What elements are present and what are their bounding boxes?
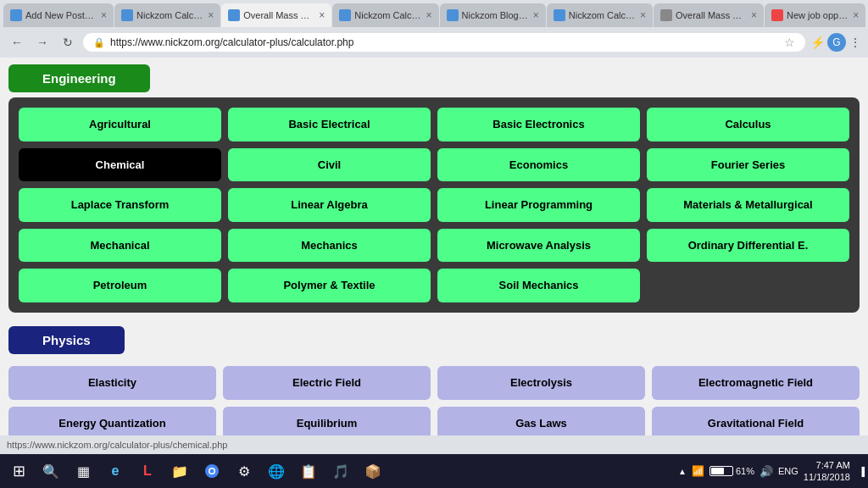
btn-civil[interactable]: Civil — [228, 148, 431, 182]
address-text: https://www.nickzom.org/calculator-plus/… — [110, 36, 353, 48]
bookmark-icon[interactable]: ☆ — [784, 36, 795, 49]
clock-time: 7:47 AM — [816, 459, 850, 471]
tab-label-2: Nickzom Calc… — [136, 10, 203, 20]
profile-avatar[interactable]: G — [827, 33, 846, 52]
clock-date: 11/18/2018 — [804, 471, 850, 483]
tab-label-5: Nickzom Blog… — [462, 10, 528, 20]
tab-favicon-4 — [339, 9, 351, 21]
tab-close-5[interactable]: × — [533, 9, 539, 21]
taskbar-start[interactable]: ⊞ — [3, 456, 34, 486]
tab-favicon-1 — [10, 9, 22, 21]
tab-close-6[interactable]: × — [640, 9, 646, 21]
btn-agricultural[interactable]: Agricultural — [19, 108, 221, 141]
status-bar: https://www.nickzom.org/calculator-plus/… — [0, 435, 868, 454]
tab-5[interactable]: Nickzom Blog… × — [440, 3, 546, 27]
tab-favicon-3 — [228, 9, 240, 21]
taskbar-chrome[interactable] — [197, 456, 227, 486]
tab-6[interactable]: Nickzom Calc… × — [547, 3, 653, 27]
taskbar-lang: ENG — [778, 466, 798, 476]
btn-mechanics[interactable]: Mechanics — [228, 229, 431, 263]
tab-3[interactable]: Overall Mass T… × — [221, 3, 331, 27]
tab-favicon-2 — [121, 9, 133, 21]
back-button[interactable]: ← — [7, 32, 27, 53]
btn-ordinary-differential[interactable]: Ordinary Differential E. — [647, 229, 849, 263]
physics-header[interactable]: Physics — [8, 326, 125, 354]
engineering-header[interactable]: Engineering — [8, 64, 150, 92]
btn-soil-mechanics[interactable]: Soil Mechanics — [437, 269, 640, 302]
tab-4[interactable]: Nickzom Calc… × — [332, 3, 438, 27]
refresh-button[interactable]: ↻ — [58, 32, 78, 53]
btn-microwave-analysis[interactable]: Microwave Analysis — [437, 229, 640, 263]
forward-button[interactable]: → — [32, 32, 53, 53]
tab-label-3: Overall Mass T… — [243, 10, 314, 20]
tab-close-2[interactable]: × — [208, 9, 214, 21]
physics-grid: Elasticity Electric Field Electrolysis E… — [8, 359, 860, 435]
tab-1[interactable]: Add New Post … × — [3, 3, 114, 27]
btn-electrolysis[interactable]: Electrolysis — [437, 366, 645, 400]
btn-fourier-series[interactable]: Fourier Series — [647, 148, 849, 182]
btn-electromagnetic-field[interactable]: Electromagnetic Field — [652, 366, 860, 400]
btn-linear-algebra[interactable]: Linear Algebra — [228, 188, 431, 222]
tab-close-4[interactable]: × — [426, 9, 431, 21]
taskbar-up-arrow[interactable]: ▲ — [678, 467, 687, 476]
tab-7[interactable]: Overall Mass T… × — [654, 3, 764, 27]
svg-point-2 — [210, 469, 214, 474]
taskbar-globe[interactable]: 🌐 — [261, 456, 292, 486]
taskbar-settings[interactable]: ⚙ — [229, 456, 259, 486]
battery-fill — [711, 468, 724, 474]
tab-close-1[interactable]: × — [101, 9, 107, 21]
tab-favicon-6 — [554, 9, 565, 21]
taskbar-task-view[interactable]: ▦ — [68, 456, 98, 486]
battery-percent: 61% — [736, 466, 754, 476]
lock-icon: 🔒 — [93, 37, 105, 48]
tab-label-1: Add New Post … — [25, 10, 96, 20]
tab-bar: Add New Post … × Nickzom Calc… × Overall… — [0, 0, 868, 27]
physics-section: Physics Elasticity Electric Field Electr… — [0, 319, 868, 435]
tab-8[interactable]: New job opp… × — [765, 3, 865, 27]
btn-elasticity[interactable]: Elasticity — [8, 366, 216, 400]
btn-materials-metallurgical[interactable]: Materials & Metallurgical — [647, 188, 849, 222]
tab-close-3[interactable]: × — [319, 9, 325, 21]
tab-2[interactable]: Nickzom Calc… × — [114, 3, 220, 27]
btn-gravitational-field[interactable]: Gravitational Field — [652, 407, 860, 435]
btn-linear-programming[interactable]: Linear Programming — [437, 188, 640, 222]
btn-energy-quantization[interactable]: Energy Quantization — [8, 407, 216, 435]
btn-equilibrium[interactable]: Equilibrium — [223, 407, 431, 435]
btn-mechanical[interactable]: Mechanical — [19, 229, 221, 263]
show-desktop-button[interactable]: ▐ — [855, 467, 865, 476]
address-field[interactable]: 🔒 https://www.nickzom.org/calculator-plu… — [83, 33, 805, 52]
tab-close-7[interactable]: × — [751, 9, 757, 21]
taskbar-volume[interactable]: 🔊 — [760, 465, 773, 478]
btn-basic-electrical[interactable]: Basic Electrical — [228, 108, 431, 141]
taskbar-network-icon: 📶 — [692, 465, 704, 477]
engineering-section: Engineering Agricultural Basic Electrica… — [0, 58, 868, 319]
btn-calculus[interactable]: Calculus — [647, 108, 849, 141]
btn-basic-electronics[interactable]: Basic Electronics — [437, 108, 640, 141]
btn-laplace-transform[interactable]: Laplace Transform — [19, 188, 221, 222]
browser-menu-icon[interactable]: ⋮ — [849, 36, 861, 49]
taskbar-files[interactable]: 📁 — [164, 456, 195, 486]
extensions-icon[interactable]: ⚡ — [810, 36, 824, 49]
engineering-grid: Agricultural Basic Electrical Basic Elec… — [8, 97, 860, 313]
battery-bar — [709, 466, 733, 476]
tab-label-7: Overall Mass T… — [676, 10, 746, 20]
btn-chemical[interactable]: Chemical — [19, 148, 221, 182]
page-content: Engineering Agricultural Basic Electrica… — [0, 58, 868, 435]
btn-economics[interactable]: Economics — [437, 148, 640, 182]
taskbar-l[interactable]: L — [132, 456, 163, 486]
tab-label-8: New job opp… — [787, 10, 848, 20]
taskbar-edge[interactable]: e — [100, 456, 131, 486]
taskbar-media[interactable]: 🎵 — [326, 456, 356, 486]
browser-tools: ⚡ G ⋮ — [810, 33, 861, 52]
btn-electric-field[interactable]: Electric Field — [223, 366, 431, 400]
taskbar-app2[interactable]: 📋 — [293, 456, 324, 486]
btn-polymer-textile[interactable]: Polymer & Textile — [228, 269, 431, 302]
taskbar-pkg[interactable]: 📦 — [358, 456, 388, 486]
btn-petroleum[interactable]: Petroleum — [19, 269, 221, 302]
taskbar-search[interactable]: 🔍 — [36, 456, 66, 486]
tab-label-6: Nickzom Calc… — [569, 10, 635, 20]
tab-favicon-5 — [447, 9, 459, 21]
taskbar-right: ▲ 📶 61% 🔊 ENG 7:47 AM 11/18/2018 ▐ — [678, 459, 865, 484]
btn-gas-laws[interactable]: Gas Laws — [437, 407, 645, 435]
tab-close-8[interactable]: × — [853, 9, 859, 21]
